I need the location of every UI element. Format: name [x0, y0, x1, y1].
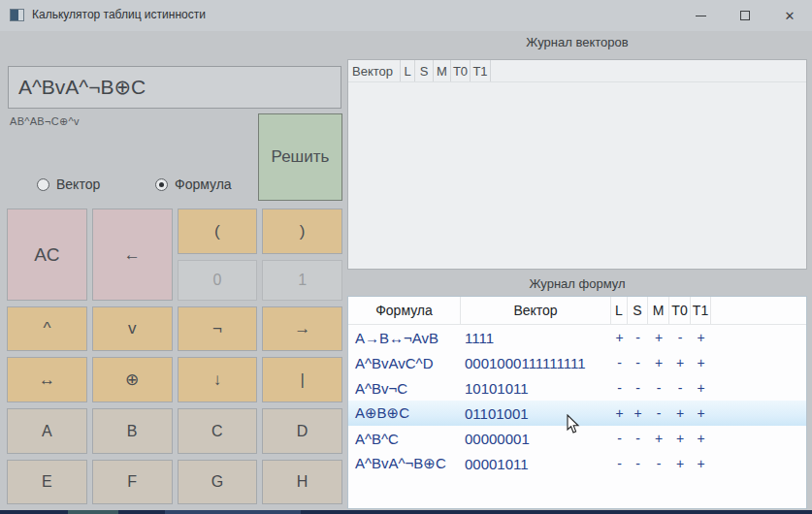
app-icon	[10, 9, 24, 21]
var-e-button[interactable]: E	[7, 460, 87, 504]
cell-formula: A⊕B⊕C	[348, 404, 461, 422]
column-header[interactable]: L	[401, 60, 415, 81]
formula-journal-header: Формула Вектор L S M T0 T1	[348, 297, 806, 325]
var-a-button[interactable]: A	[7, 408, 87, 454]
cell-flag: -	[628, 355, 648, 370]
cell-flag: +	[691, 330, 711, 345]
table-row[interactable]: A^BvAvC^D 0001000111111111 - - + + +	[348, 350, 806, 375]
column-header[interactable]: Формула	[348, 297, 461, 324]
column-header[interactable]: Вектор	[461, 297, 611, 324]
column-header[interactable]: S	[415, 60, 434, 81]
maximize-button[interactable]	[723, 0, 767, 31]
cell-flag: +	[691, 405, 711, 421]
cell-vector: 00000001	[461, 431, 611, 447]
cell-formula: A^BvAvC^D	[348, 355, 461, 371]
table-row[interactable]: A^Bv¬C 10101011 - - - - +	[348, 375, 806, 401]
var-d-button[interactable]: D	[262, 408, 342, 454]
radio-vector-label: Вектор	[56, 177, 100, 192]
var-f-button[interactable]: F	[92, 460, 173, 504]
cell-flag: +	[669, 405, 691, 421]
cell-flag: +	[691, 355, 711, 370]
radio-circle-icon	[37, 178, 49, 191]
cell-flag: +	[611, 330, 628, 345]
var-b-button[interactable]: B	[92, 408, 173, 454]
cell-vector: 10101011	[461, 380, 611, 397]
var-g-button[interactable]: G	[178, 460, 258, 504]
table-row[interactable]: A^BvA^¬B⊕C 00001011 - - - + +	[348, 451, 806, 476]
cell-flag: +	[648, 330, 669, 345]
not-button[interactable]: ¬	[178, 306, 258, 351]
cell-flag: +	[628, 405, 648, 421]
solve-button[interactable]: Решить	[258, 113, 342, 201]
cell-flag: -	[611, 431, 628, 446]
maximize-icon	[740, 11, 750, 20]
radio-formula-mode[interactable]: Формула	[155, 177, 232, 192]
cell-formula: A^BvA^¬B⊕C	[348, 455, 461, 472]
cell-flag: +	[669, 456, 691, 471]
cell-flag: -	[669, 330, 691, 345]
cell-formula: A^B^C	[348, 431, 461, 447]
nand-button[interactable]: |	[262, 357, 342, 402]
formula-journal-table[interactable]: Формула Вектор L S M T0 T1 A→B↔¬AvB 1111…	[347, 296, 807, 509]
column-header[interactable]: L	[611, 297, 628, 324]
taskbar-icon-smudge	[165, 510, 301, 514]
column-header[interactable]: T1	[691, 297, 711, 324]
backspace-button[interactable]: ←	[92, 209, 173, 301]
close-button[interactable]: ✕	[767, 0, 812, 31]
formula-journal-title: Журнал формул	[347, 276, 807, 291]
and-button[interactable]: ^	[7, 306, 87, 351]
nor-button[interactable]: ↓	[178, 357, 258, 402]
mouse-cursor-icon	[567, 414, 581, 438]
xor-button[interactable]: ⊕	[92, 357, 173, 402]
column-header[interactable]: Вектор	[348, 60, 401, 81]
cell-flag: +	[648, 431, 669, 446]
cell-vector: 0001000111111111	[461, 355, 611, 371]
cell-vector: 01101001	[461, 405, 611, 422]
cell-flag: +	[691, 380, 711, 396]
or-button[interactable]: v	[92, 306, 173, 351]
column-header[interactable]: M	[434, 60, 451, 81]
vector-journal-header: Вектор L S M T0 T1	[348, 60, 806, 82]
column-header[interactable]: T0	[669, 297, 691, 324]
clear-all-button[interactable]: AC	[7, 209, 87, 301]
cell-flag: -	[611, 456, 628, 471]
app-window: Калькулятор таблиц истинности ✕ A^BvA^¬B…	[0, 0, 812, 510]
cell-vector: 1111	[461, 330, 611, 346]
minimize-icon	[696, 16, 706, 16]
title-bar[interactable]: Калькулятор таблиц истинности ✕	[0, 0, 812, 31]
cell-flag: -	[648, 405, 669, 421]
cell-flag: -	[611, 380, 628, 396]
cell-flag: +	[669, 355, 691, 370]
cell-flag: +	[691, 456, 711, 471]
column-header[interactable]: S	[628, 297, 648, 324]
cell-flag: +	[648, 355, 669, 370]
column-header[interactable]: T1	[471, 60, 491, 81]
close-icon: ✕	[785, 10, 796, 22]
cell-vector: 00001011	[461, 456, 611, 472]
vector-journal-table[interactable]: Вектор L S M T0 T1	[347, 59, 807, 270]
formula-history-label: AB^AB¬C⊕^v	[10, 115, 80, 128]
cell-formula: A→B↔¬AvB	[348, 330, 461, 346]
one-button[interactable]: 1	[262, 260, 342, 301]
right-paren-button[interactable]: )	[262, 209, 342, 254]
minimize-button[interactable]	[678, 0, 723, 31]
cell-formula: A^Bv¬C	[348, 380, 461, 397]
column-header[interactable]: T0	[451, 60, 471, 81]
implies-button[interactable]: →	[262, 306, 342, 351]
column-header[interactable]: M	[648, 297, 669, 324]
table-row[interactable]: A→B↔¬AvB 1111 + - + - +	[348, 325, 806, 350]
cell-flag: -	[648, 456, 669, 471]
radio-vector-mode[interactable]: Вектор	[37, 177, 100, 192]
keypad: AC ← ( ) 0 1 ^ v ¬ → ↔ ⊕ ↓ | A B C D E F…	[7, 209, 342, 504]
cell-flag: +	[611, 405, 628, 421]
cell-flag: -	[628, 380, 648, 396]
left-paren-button[interactable]: (	[178, 209, 258, 254]
zero-button[interactable]: 0	[178, 260, 258, 301]
formula-input[interactable]: A^BvA^¬B⊕C	[8, 66, 341, 109]
iff-button[interactable]: ↔	[7, 357, 87, 402]
var-c-button[interactable]: C	[178, 408, 258, 454]
cell-flag: -	[648, 380, 669, 396]
var-h-button[interactable]: H	[262, 460, 342, 504]
cell-flag: +	[669, 431, 691, 446]
cell-flag: -	[669, 380, 691, 396]
